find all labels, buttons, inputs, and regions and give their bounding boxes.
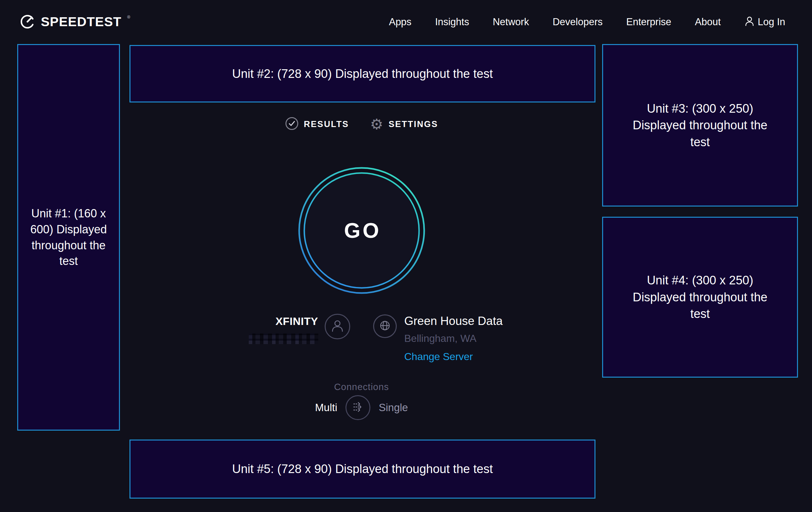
check-circle-icon — [285, 117, 298, 132]
ad-unit-1-skyscraper[interactable]: Unit #1: (160 x 600) Displayed throughou… — [17, 44, 120, 431]
connections-toggle[interactable] — [345, 395, 370, 420]
multi-arrows-icon — [350, 400, 365, 415]
person-icon — [330, 319, 344, 334]
go-button[interactable]: GO — [298, 167, 426, 294]
login-button[interactable]: Log In — [744, 16, 785, 28]
tab-results[interactable]: RESULTS — [285, 117, 349, 132]
server-globe-circle[interactable] — [373, 315, 397, 338]
go-button-label: GO — [298, 167, 426, 294]
nav-item-about[interactable]: About — [695, 16, 721, 28]
logo-trademark: ® — [127, 15, 130, 20]
connections-single-option[interactable]: Single — [379, 402, 408, 414]
ad-unit-3-rectangle[interactable]: Unit #3: (300 x 250) Displayed throughou… — [602, 44, 798, 207]
connections-toggle-row: Multi Single — [315, 395, 408, 420]
speed-test-panel: RESULTS ⚙ SETTINGS — [129, 44, 593, 446]
change-server-link[interactable]: Change Server — [404, 351, 503, 362]
isp-name: XFINITY — [276, 315, 318, 327]
nav-item-apps[interactable]: Apps — [389, 16, 411, 28]
server-name: Green House Data — [404, 315, 503, 328]
isp-info: XFINITY — [249, 314, 350, 344]
gauge-logo-icon — [19, 13, 36, 30]
speedtest-page: SPEEDTEST ® Apps Insights Network Develo… — [0, 0, 812, 512]
main-nav: Apps Insights Network Developers Enterpr… — [389, 0, 785, 44]
tab-results-label: RESULTS — [304, 119, 349, 129]
server-text-column: Green House Data Bellingham, WA Change S… — [404, 315, 503, 362]
ad-unit-5-text: Unit #5: (728 x 90) Displayed throughout… — [232, 461, 493, 477]
connections-multi-option[interactable]: Multi — [315, 402, 338, 414]
ad-unit-4-rectangle[interactable]: Unit #4: (300 x 250) Displayed throughou… — [602, 217, 798, 378]
gear-icon: ⚙ — [370, 117, 383, 131]
server-info: Green House Data Bellingham, WA Change S… — [373, 315, 503, 362]
nav-item-network[interactable]: Network — [493, 16, 529, 28]
results-settings-tabs: RESULTS ⚙ SETTINGS — [285, 117, 438, 132]
redacted-ip-address — [249, 333, 318, 344]
nav-item-developers[interactable]: Developers — [553, 16, 603, 28]
nav-item-enterprise[interactable]: Enterprise — [626, 16, 671, 28]
logo-text: SPEEDTEST — [41, 13, 121, 31]
ad-unit-3-text: Unit #3: (300 x 250) Displayed throughou… — [632, 100, 768, 150]
tab-settings-label: SETTINGS — [388, 119, 438, 129]
globe-icon — [378, 319, 392, 333]
person-icon — [744, 16, 755, 28]
isp-avatar-circle[interactable] — [325, 314, 350, 339]
ad-unit-1-text: Unit #1: (160 x 600) Displayed throughou… — [27, 206, 110, 269]
ad-unit-5-leaderboard[interactable]: Unit #5: (728 x 90) Displayed throughout… — [129, 439, 596, 498]
speedtest-logo[interactable]: SPEEDTEST ® — [19, 13, 130, 31]
tab-settings[interactable]: ⚙ SETTINGS — [370, 117, 438, 131]
connections-label: Connections — [334, 382, 389, 392]
top-nav-bar: SPEEDTEST ® Apps Insights Network Develo… — [0, 0, 812, 44]
nav-item-insights[interactable]: Insights — [435, 16, 469, 28]
login-label: Log In — [758, 16, 785, 28]
isp-text-column: XFINITY — [249, 315, 318, 344]
server-location: Bellingham, WA — [404, 332, 503, 344]
ad-unit-4-text: Unit #4: (300 x 250) Displayed throughou… — [632, 272, 768, 322]
